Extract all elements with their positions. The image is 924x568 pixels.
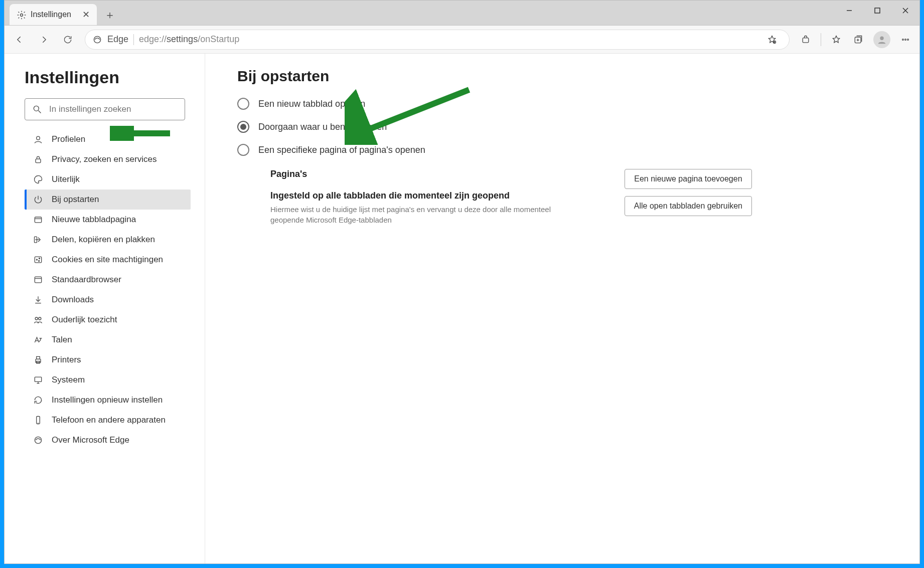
svg-point-16 — [907, 39, 909, 40]
browser-icon — [33, 274, 44, 285]
svg-rect-24 — [35, 257, 41, 263]
nav-item-system[interactable]: Systeem — [25, 370, 191, 390]
svg-point-14 — [902, 39, 904, 40]
radio-continue[interactable]: Doorgaan waar u bent gebleven — [237, 121, 905, 133]
radio-icon — [237, 121, 249, 133]
search-icon — [32, 104, 42, 114]
settings-main: Bij opstarten Een nieuw tabblad openen D… — [205, 54, 919, 563]
nav-label: Over Microsoft Edge — [52, 435, 129, 445]
radio-label: Doorgaan waar u bent gebleven — [258, 122, 387, 132]
window-maximize-button[interactable] — [863, 1, 891, 21]
add-page-button[interactable]: Een nieuwe pagina toevoegen — [625, 169, 752, 189]
profile-avatar[interactable] — [873, 31, 890, 48]
tab-settings[interactable]: Instellingen ✕ — [10, 4, 97, 25]
nav-label: Privacy, zoeken en services — [52, 154, 157, 164]
tab-title: Instellingen — [31, 10, 71, 19]
settings-search-input[interactable] — [49, 104, 178, 114]
address-url: edge://settings/onStartup — [139, 34, 239, 45]
window-minimize-button[interactable] — [835, 1, 863, 21]
nav-back-button[interactable] — [9, 29, 31, 51]
nav-label: Delen, kopiëren en plakken — [52, 235, 155, 245]
settings-nav: Profielen Privacy, zoeken en services Ui… — [25, 129, 191, 450]
power-icon — [33, 194, 44, 205]
nav-item-family[interactable]: Ouderlijk toezicht — [25, 310, 191, 330]
nav-item-reset[interactable]: Instellingen opnieuw instellen — [25, 390, 191, 410]
nav-item-privacy[interactable]: Privacy, zoeken en services — [25, 149, 191, 169]
radio-label: Een specifieke pagina of pagina's openen — [258, 145, 425, 155]
nav-refresh-button[interactable] — [57, 29, 79, 51]
add-favorite-icon[interactable] — [762, 30, 782, 50]
address-source-label: Edge — [107, 34, 128, 45]
edge-icon — [33, 435, 44, 446]
nav-label: Talen — [52, 335, 72, 345]
pages-heading: Pagina's — [270, 169, 604, 179]
svg-point-27 — [39, 258, 40, 259]
address-bar[interactable]: Edge edge://settings/onStartup — [85, 30, 790, 50]
svg-rect-2 — [875, 8, 880, 13]
reset-icon — [33, 395, 44, 406]
system-icon — [33, 374, 44, 386]
settings-search[interactable] — [25, 98, 185, 120]
nav-item-printers[interactable]: Printers — [25, 350, 191, 370]
palette-icon — [33, 174, 44, 185]
svg-rect-21 — [35, 217, 41, 223]
window-close-button[interactable] — [891, 1, 919, 21]
svg-point-25 — [37, 259, 38, 260]
tab-icon — [33, 214, 44, 225]
window-controls — [835, 1, 919, 21]
tab-close-icon[interactable]: ✕ — [82, 9, 90, 20]
nav-label: Telefoon en andere apparaten — [52, 415, 166, 425]
new-tab-button[interactable]: ＋ — [100, 5, 120, 25]
pages-subsection: Pagina's Ingesteld op alle tabbladen die… — [270, 169, 752, 225]
nav-item-profiles[interactable]: Profielen — [25, 129, 191, 149]
extensions-icon[interactable] — [796, 30, 816, 50]
nav-label: Instellingen opnieuw instellen — [52, 395, 163, 405]
page-title: Bij opstarten — [237, 68, 905, 85]
svg-rect-35 — [37, 356, 40, 359]
radio-icon — [237, 144, 249, 156]
tab-strip: Instellingen ✕ ＋ — [5, 1, 919, 26]
nav-label: Ouderlijk toezicht — [52, 315, 117, 325]
radio-label: Een nieuw tabblad openen — [258, 99, 365, 109]
nav-item-downloads[interactable]: Downloads — [25, 290, 191, 310]
share-icon — [33, 234, 44, 245]
nav-item-languages[interactable]: Talen — [25, 330, 191, 350]
nav-item-default-browser[interactable]: Standaardbrowser — [25, 270, 191, 290]
svg-point-17 — [34, 106, 39, 111]
toolbar: Edge edge://settings/onStartup — [5, 26, 919, 54]
collections-icon[interactable] — [848, 30, 868, 50]
radio-new-tab[interactable]: Een nieuw tabblad openen — [237, 98, 905, 110]
page-content: Instellingen Profielen Privacy, zoeken e… — [5, 54, 919, 563]
nav-label: Profielen — [52, 134, 85, 144]
nav-item-phone[interactable]: Telefoon en andere apparaten — [25, 410, 191, 430]
nav-forward-button[interactable] — [33, 29, 55, 51]
language-icon — [33, 334, 44, 345]
settings-more-icon[interactable] — [895, 30, 915, 50]
settings-sidebar: Instellingen Profielen Privacy, zoeken e… — [5, 54, 205, 563]
radio-icon — [237, 98, 249, 110]
svg-point-0 — [21, 14, 23, 17]
browser-window: Instellingen ✕ ＋ — [4, 0, 920, 564]
nav-label: Cookies en site machtigingen — [52, 255, 163, 265]
nav-item-appearance[interactable]: Uiterlijk — [25, 169, 191, 190]
svg-rect-28 — [35, 277, 41, 283]
edge-logo-icon — [92, 35, 102, 45]
nav-item-on-startup[interactable]: Bij opstarten — [25, 190, 191, 210]
radio-specific-pages[interactable]: Een specifieke pagina of pagina's openen — [237, 144, 905, 156]
nav-item-new-tab[interactable]: Nieuwe tabbladpagina — [25, 210, 191, 230]
favorites-icon[interactable] — [826, 30, 846, 50]
profile-icon — [33, 134, 44, 145]
svg-point-13 — [880, 36, 883, 40]
svg-point-31 — [35, 317, 38, 320]
nav-label: Systeem — [52, 375, 85, 385]
divider — [133, 34, 134, 45]
use-open-tabs-button[interactable]: Alle open tabbladen gebruiken — [625, 196, 752, 216]
svg-line-18 — [39, 111, 41, 113]
nav-item-share[interactable]: Delen, kopiëren en plakken — [25, 230, 191, 250]
svg-point-26 — [39, 261, 40, 262]
phone-icon — [33, 415, 44, 426]
nav-item-about[interactable]: Over Microsoft Edge — [25, 430, 191, 450]
nav-item-cookies[interactable]: Cookies en site machtigingen — [25, 250, 191, 270]
svg-point-15 — [905, 39, 906, 40]
svg-point-19 — [37, 136, 40, 140]
